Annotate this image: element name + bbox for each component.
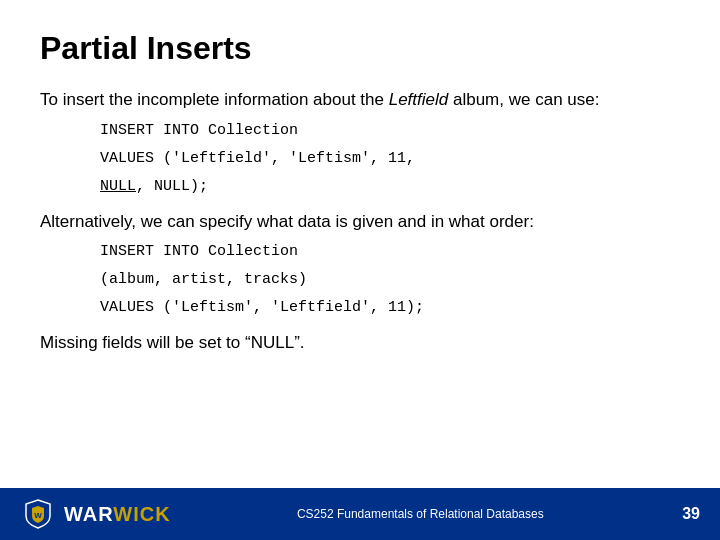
footer-page-number: 39 <box>670 505 700 523</box>
section2-intro: Alternatively, we can specify what data … <box>40 209 680 235</box>
section-2: Alternatively, we can specify what data … <box>40 209 680 321</box>
slide: Partial Inserts To insert the incomplete… <box>0 0 720 540</box>
code-line-1a: INSERT INTO Collection <box>100 119 680 143</box>
footer: W WARWICK CS252 Fundamentals of Relation… <box>0 488 720 540</box>
code-line-1c: NULL, NULL); <box>100 175 680 199</box>
section-3: Missing fields will be set to “NULL”. <box>40 330 680 356</box>
warwick-crest-icon: W <box>20 496 56 532</box>
code-line-2a: INSERT INTO Collection <box>100 240 680 264</box>
slide-title: Partial Inserts <box>40 30 680 67</box>
code-line-2c: VALUES ('Leftism', 'Leftfield', 11); <box>100 296 680 320</box>
svg-text:W: W <box>34 511 42 520</box>
section1-intro: To insert the incomplete information abo… <box>40 87 680 113</box>
code-line-1b: VALUES ('Leftfield', 'Leftism', 11, <box>100 147 680 171</box>
section-1: To insert the incomplete information abo… <box>40 87 680 199</box>
footer-course-text: CS252 Fundamentals of Relational Databas… <box>171 507 670 521</box>
warwick-logo: W WARWICK <box>20 496 171 532</box>
section3-text: Missing fields will be set to “NULL”. <box>40 330 680 356</box>
italic-leftfield: Leftfield <box>389 90 449 109</box>
code-line-2b: (album, artist, tracks) <box>100 268 680 292</box>
warwick-logo-text: WARWICK <box>64 503 171 526</box>
null-underline: NULL <box>100 178 136 195</box>
